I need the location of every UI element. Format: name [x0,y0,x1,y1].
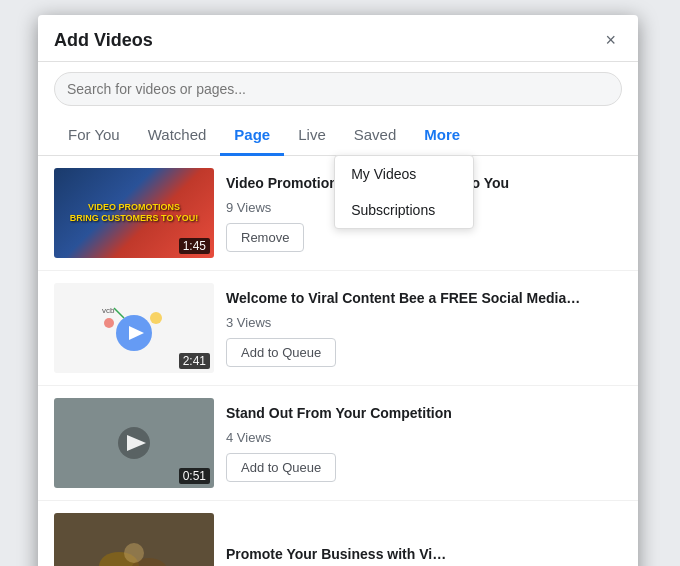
search-bar [38,62,638,116]
thumb-bg-4 [54,513,214,566]
video-thumbnail-1: VIDEO PROMOTIONSBRING CUSTOMERS TO YOU! … [54,168,214,258]
video-thumbnail-2: vcb 2:41 [54,283,214,373]
remove-button-1[interactable]: Remove [226,223,304,252]
thumb-duration-3: 0:51 [179,468,210,484]
add-to-queue-button-3[interactable]: Add to Queue [226,453,336,482]
video-views-2: 3 Views [226,315,622,330]
thumb-duration-2: 2:41 [179,353,210,369]
video-info-4: Promote Your Business with Vi… [226,545,622,566]
video-title-2: Welcome to Viral Content Bee a FREE Soci… [226,289,622,309]
svg-text:vcb: vcb [102,306,115,315]
video-thumbnail-4 [54,513,214,566]
video-item-3: 0:51 Stand Out From Your Competition 4 V… [38,386,638,501]
thumb-svg-3 [94,413,174,473]
add-videos-modal: Add Videos × For You Watched Page Live S… [38,15,638,566]
more-dropdown: My Videos Subscriptions [334,155,474,229]
svg-line-5 [114,308,124,318]
tab-live[interactable]: Live [284,116,340,156]
svg-point-3 [104,318,114,328]
dropdown-my-videos[interactable]: My Videos [335,156,473,192]
video-views-3: 4 Views [226,430,622,445]
add-to-queue-button-2[interactable]: Add to Queue [226,338,336,367]
svg-point-12 [124,543,144,563]
video-thumbnail-3: 0:51 [54,398,214,488]
video-title-3: Stand Out From Your Competition [226,404,622,424]
video-item-4: Promote Your Business with Vi… [38,501,638,566]
tab-page[interactable]: Page [220,116,284,156]
tabs-container: For You Watched Page Live Saved More My … [38,116,638,156]
thumb-svg-2: vcb [94,298,174,358]
video-title-4: Promote Your Business with Vi… [226,545,622,565]
tab-watched[interactable]: Watched [134,116,221,156]
svg-point-4 [150,312,162,324]
modal-header: Add Videos × [38,15,638,62]
more-wrapper: More My Videos Subscriptions [410,116,474,155]
tab-saved[interactable]: Saved [340,116,411,156]
tab-more[interactable]: More [410,116,474,156]
thumb-svg-4 [94,528,174,566]
video-item-2: vcb 2:41 Welcome to Viral Content Bee a … [38,271,638,386]
tab-for-you[interactable]: For You [54,116,134,156]
thumb-text-1: VIDEO PROMOTIONSBRING CUSTOMERS TO YOU! [68,200,201,226]
dropdown-subscriptions[interactable]: Subscriptions [335,192,473,228]
modal-title: Add Videos [54,30,153,51]
search-input[interactable] [54,72,622,106]
thumb-duration-1: 1:45 [179,238,210,254]
close-button[interactable]: × [599,29,622,51]
video-info-3: Stand Out From Your Competition 4 Views … [226,404,622,482]
video-info-2: Welcome to Viral Content Bee a FREE Soci… [226,289,622,367]
